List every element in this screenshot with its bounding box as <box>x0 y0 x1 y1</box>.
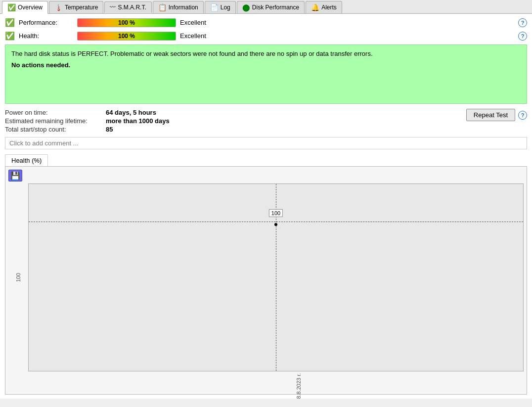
health-label: Health: <box>19 32 73 40</box>
chart-x-axis: 18.8.2023 г. <box>28 371 524 391</box>
tab-disk-performance[interactable]: ⬤ Disk Performance <box>237 1 305 13</box>
tab-smart-label: S.M.A.R.T. <box>118 4 146 11</box>
overview-icon: ✅ <box>7 3 16 11</box>
tab-alerts[interactable]: 🔔 Alerts <box>306 1 342 13</box>
chart-tooltip-value: 100 <box>271 210 280 216</box>
tab-log[interactable]: 📄 Log <box>205 1 236 13</box>
main-content: ✅ Performance: 100 % Excellent ? ✅ Healt… <box>0 14 532 399</box>
performance-status: Excellent <box>180 19 206 26</box>
remaining-lifetime-key: Estimated remaining lifetime: <box>5 117 104 125</box>
health-value: 100 % <box>118 33 135 40</box>
health-tab-label[interactable]: Health (%) <box>5 154 48 166</box>
chart-toolbar: 💾 <box>8 170 524 181</box>
tab-information-label: Information <box>169 4 198 11</box>
performance-label: Performance: <box>19 19 73 26</box>
chart-crosshair-horizontal <box>29 222 523 222</box>
tab-log-label: Log <box>221 4 230 11</box>
performance-row: ✅ Performance: 100 % Excellent ? <box>5 18 527 27</box>
performance-progress-bar: 100 % <box>77 18 176 27</box>
start-stop-row: Total start/stop count: 85 <box>5 126 170 133</box>
temperature-icon: 🌡️ <box>54 3 63 11</box>
alerts-icon: 🔔 <box>311 3 319 11</box>
info-rows: Power on time: 64 days, 5 hours Estimate… <box>5 109 170 133</box>
repeat-test-help-icon[interactable]: ? <box>518 111 527 120</box>
tab-bar: ✅ Overview 🌡️ Temperature 〰 S.M.A.R.T. 📋… <box>0 0 532 14</box>
tab-temperature[interactable]: 🌡️ Temperature <box>49 1 103 13</box>
health-progress-bar: 100 % <box>77 32 176 41</box>
chart-container: 100 100 <box>8 183 524 371</box>
repeat-test-area: Repeat Test ? <box>466 109 527 121</box>
tab-alerts-label: Alerts <box>321 4 337 11</box>
chart-y-value-label: 100 <box>15 273 21 282</box>
health-progress-fill: 100 % <box>78 32 176 40</box>
health-help-icon[interactable]: ? <box>518 32 527 41</box>
performance-help-icon[interactable]: ? <box>518 18 527 27</box>
log-icon: 📄 <box>210 3 219 11</box>
start-stop-key: Total start/stop count: <box>5 126 104 133</box>
chart-plot-area: 100 <box>28 183 524 371</box>
performance-check-icon: ✅ <box>5 18 15 27</box>
save-chart-button[interactable]: 💾 <box>8 170 22 181</box>
remaining-lifetime-row: Estimated remaining lifetime: more than … <box>5 117 170 125</box>
chart-tooltip: 100 <box>269 209 283 217</box>
information-icon: 📋 <box>158 3 167 11</box>
remaining-lifetime-value: more than 1000 days <box>106 117 170 125</box>
tab-overview-label: Overview <box>18 4 43 11</box>
start-stop-value: 85 <box>106 126 113 133</box>
info-section: Power on time: 64 days, 5 hours Estimate… <box>5 109 527 133</box>
chart-wrapper: 💾 100 100 <box>5 166 527 395</box>
tab-disk-performance-label: Disk Performance <box>252 4 299 11</box>
health-check-icon: ✅ <box>5 31 15 41</box>
performance-progress-fill: 100 % <box>78 19 176 27</box>
health-status: Excellent <box>180 32 206 40</box>
chart-data-point <box>274 223 277 226</box>
tab-smart[interactable]: 〰 S.M.A.R.T. <box>104 1 151 13</box>
no-action-label: No actions needed. <box>11 61 521 69</box>
chart-x-date-label: 18.8.2023 г. <box>296 373 302 399</box>
tab-temperature-label: Temperature <box>65 4 98 11</box>
repeat-test-button[interactable]: Repeat Test <box>466 109 515 121</box>
power-on-time-value: 64 days, 5 hours <box>106 109 156 116</box>
power-on-time-row: Power on time: 64 days, 5 hours <box>5 109 170 116</box>
health-row: ✅ Health: 100 % Excellent ? <box>5 31 527 41</box>
tab-overview[interactable]: ✅ Overview <box>2 1 48 14</box>
disk-performance-icon: ⬤ <box>242 3 250 11</box>
status-message-box: The hard disk status is PERFECT. Problem… <box>5 45 527 104</box>
power-on-time-key: Power on time: <box>5 109 104 116</box>
comment-input[interactable] <box>5 137 527 149</box>
chart-y-axis: 100 <box>8 183 28 371</box>
smart-icon: 〰 <box>110 4 116 11</box>
performance-value: 100 % <box>118 19 135 26</box>
status-message-text: The hard disk status is PERFECT. Problem… <box>11 50 521 57</box>
tab-information[interactable]: 📋 Information <box>153 1 204 13</box>
